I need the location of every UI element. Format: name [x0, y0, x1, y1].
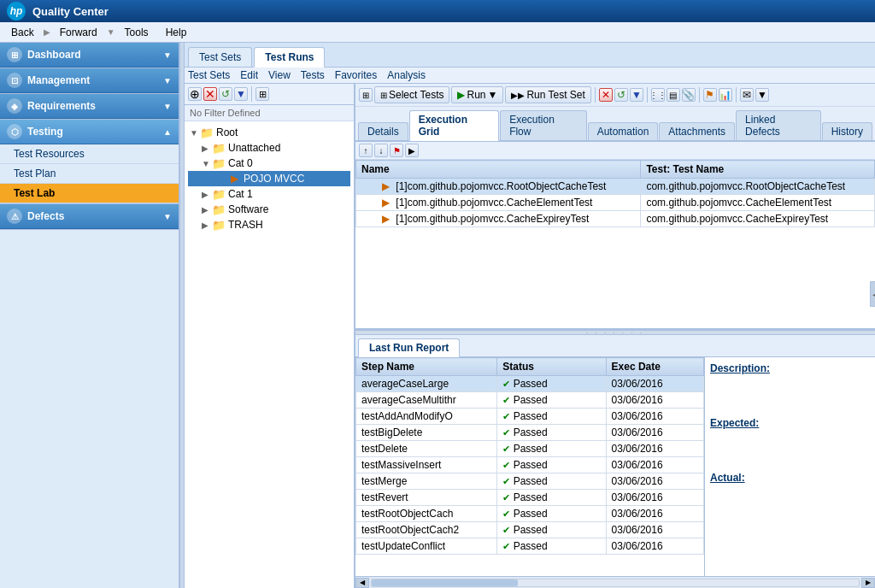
- step-row[interactable]: testAddAndModifyO ✔ Passed 03/06/2016: [356, 409, 704, 425]
- tab-execution-grid[interactable]: Execution Grid: [409, 110, 499, 141]
- step-row[interactable]: testMerge ✔ Passed 03/06/2016: [356, 473, 704, 490]
- refresh-icon[interactable]: ↺: [219, 87, 232, 101]
- tab-history[interactable]: History: [822, 122, 872, 140]
- step-row[interactable]: testMassiveInsert ✔ Passed 03/06/2016: [356, 457, 704, 473]
- toolbar-separator: [251, 86, 252, 102]
- chart-icon[interactable]: 📊: [719, 88, 732, 102]
- exec-row[interactable]: ▶ [1]com.github.pojomvcc.CacheElementTes…: [356, 195, 875, 211]
- delete-icon[interactable]: ✕: [203, 87, 217, 101]
- tree-node-cat0[interactable]: ▼ 📁 Cat 0: [188, 156, 350, 171]
- step-row[interactable]: testRevert ✔ Passed 03/06/2016: [356, 490, 704, 506]
- expected-label[interactable]: Expected:: [710, 417, 870, 429]
- tree-node-cat1[interactable]: ▶ 📁 Cat 1: [188, 186, 350, 202]
- exec-row[interactable]: ▶ [1]com.github.pojomvcc.RootObjectCache…: [356, 179, 875, 195]
- scroll-thumb[interactable]: [372, 579, 518, 586]
- tab-test-sets[interactable]: Test Sets: [188, 47, 252, 67]
- expand-icon-cat1[interactable]: ▶: [202, 190, 212, 199]
- pass-check-icon: ✔: [502, 476, 510, 486]
- sidebar-item-test-resources[interactable]: Test Resources: [0, 144, 179, 164]
- step-row[interactable]: testDelete ✔ Passed 03/06/2016: [356, 441, 704, 457]
- step-cell-name: testMassiveInsert: [356, 457, 497, 473]
- sidebar-item-test-lab[interactable]: Test Lab: [0, 184, 179, 203]
- submenu-analysis[interactable]: Analysis: [387, 69, 426, 81]
- submenu-edit[interactable]: Edit: [240, 69, 258, 81]
- more-icon[interactable]: ▼: [755, 88, 769, 102]
- sidebar-header-dashboard[interactable]: ⊞ Dashboard ▼: [0, 43, 179, 68]
- scroll-right-btn[interactable]: ▶: [861, 578, 875, 588]
- filter-exec-icon[interactable]: ▼: [630, 88, 643, 102]
- sidebar-item-test-plan[interactable]: Test Plan: [0, 164, 179, 184]
- refresh-exec-icon[interactable]: ↺: [614, 88, 628, 102]
- step-row[interactable]: averageCaseMultithr ✔ Passed 03/06/2016: [356, 392, 704, 409]
- grid-view-icon[interactable]: ⊞: [359, 88, 373, 102]
- run-test-set-btn[interactable]: ▶▶ Run Test Set: [505, 86, 590, 103]
- tab-last-run-report[interactable]: Last Run Report: [358, 338, 460, 357]
- up-icon[interactable]: ↑: [359, 144, 373, 157]
- stop-icon[interactable]: ✕: [599, 88, 613, 102]
- tab-details[interactable]: Details: [358, 122, 408, 140]
- menu-tools[interactable]: Tools: [117, 24, 156, 41]
- menu-forward[interactable]: Forward: [52, 24, 105, 41]
- submenu-test-sets[interactable]: Test Sets: [188, 69, 230, 81]
- down-icon[interactable]: ↓: [374, 144, 388, 157]
- expand-icon-cat0[interactable]: ▼: [202, 159, 212, 168]
- run-btn[interactable]: ▶ Run ▼: [451, 86, 503, 103]
- select-tests-btn[interactable]: ⊞ Select Tests: [374, 86, 449, 103]
- exec-cell-test: com.github.pojomvcc.RootObjectCacheTest: [641, 179, 875, 195]
- sidebar-header-testing[interactable]: ⬡ Testing ▲: [0, 120, 179, 144]
- run-label: Run: [467, 89, 485, 101]
- columns-icon[interactable]: ⋮⋮: [651, 88, 665, 102]
- scroll-left-btn[interactable]: ◀: [355, 578, 369, 588]
- step-row[interactable]: testRootObjectCach2 ✔ Passed 03/06/2016: [356, 522, 704, 538]
- flag-icon[interactable]: ⚑: [703, 88, 717, 102]
- email-icon[interactable]: ✉: [740, 88, 754, 102]
- tree-node-root[interactable]: ▼ 📁 Root: [188, 125, 350, 140]
- flag-small-icon[interactable]: ⚑: [390, 144, 403, 157]
- sidebar-header-defects[interactable]: ⚠ Defects ▼: [0, 204, 179, 229]
- step-row[interactable]: averageCaseLarge ✔ Passed 03/06/2016: [356, 376, 704, 392]
- exec-row[interactable]: ▶ [1]com.github.pojomvcc.CacheExpireyTes…: [356, 211, 875, 227]
- step-cell-date: 03/06/2016: [606, 473, 703, 490]
- tab-attachments[interactable]: Attachments: [659, 122, 735, 140]
- sub-menu-bar: Test Sets Edit View Tests Favorites Anal…: [185, 68, 875, 84]
- tree-node-unattached[interactable]: ▶ 📁 Unattached: [188, 140, 350, 156]
- actual-label[interactable]: Actual:: [710, 472, 870, 484]
- new-icon[interactable]: ⊕: [188, 87, 202, 101]
- sidebar-section-testing: ⬡ Testing ▲ Test Resources Test Plan Tes…: [0, 120, 179, 204]
- play-small-icon[interactable]: ▶: [405, 144, 419, 157]
- testing-icon: ⬡: [7, 124, 22, 139]
- description-label[interactable]: Description:: [710, 362, 870, 374]
- filter-icon[interactable]: ▼: [234, 87, 248, 101]
- tab-automation[interactable]: Automation: [588, 122, 659, 140]
- menu-help[interactable]: Help: [158, 24, 195, 41]
- requirements-icon: ◈: [7, 98, 22, 114]
- tab-test-runs[interactable]: Test Runs: [254, 47, 325, 68]
- expand-icon-unattached[interactable]: ▶: [202, 144, 212, 153]
- tree-node-software[interactable]: ▶ 📁 Software: [188, 202, 350, 217]
- grid-icon[interactable]: ⊞: [255, 87, 269, 101]
- tab-execution-flow[interactable]: Execution Flow: [500, 110, 587, 140]
- submenu-favorites[interactable]: Favorites: [335, 69, 377, 81]
- chevron-down-icon: ▼: [163, 50, 172, 60]
- expand-icon-software[interactable]: ▶: [202, 205, 212, 215]
- table-icon[interactable]: ▤: [667, 88, 680, 102]
- col-exec-date: Exec Date: [606, 358, 703, 376]
- expand-icon[interactable]: ▼: [190, 128, 200, 138]
- hscroll-bar[interactable]: ◀ ▶: [355, 576, 875, 588]
- pass-check-icon: ✔: [502, 460, 510, 470]
- tree-node-pojomvcc[interactable]: ▶ POJO MVCC: [188, 171, 350, 186]
- step-row[interactable]: testBigDelete ✔ Passed 03/06/2016: [356, 425, 704, 441]
- sidebar-header-requirements[interactable]: ◈ Requirements ▼: [0, 94, 179, 119]
- tab-linked-defects[interactable]: Linked Defects: [736, 110, 821, 140]
- menu-back[interactable]: Back: [3, 24, 42, 41]
- submenu-tests[interactable]: Tests: [301, 69, 325, 81]
- attach-icon[interactable]: 📎: [682, 88, 696, 102]
- second-tab-bar: Details Execution Grid Execution Flow Au…: [355, 107, 875, 141]
- tree-node-trash[interactable]: ▶ 📁 TRASH: [188, 217, 350, 232]
- submenu-view[interactable]: View: [268, 69, 291, 81]
- sidebar-header-management[interactable]: ⊡ Management ▼: [0, 68, 179, 93]
- step-row[interactable]: testUpdateConflict ✔ Passed 03/06/2016: [356, 538, 704, 555]
- step-row[interactable]: testRootObjectCach ✔ Passed 03/06/2016: [356, 506, 704, 522]
- sidebar-section-management: ⊡ Management ▼: [0, 68, 179, 94]
- expand-icon-trash[interactable]: ▶: [202, 220, 212, 230]
